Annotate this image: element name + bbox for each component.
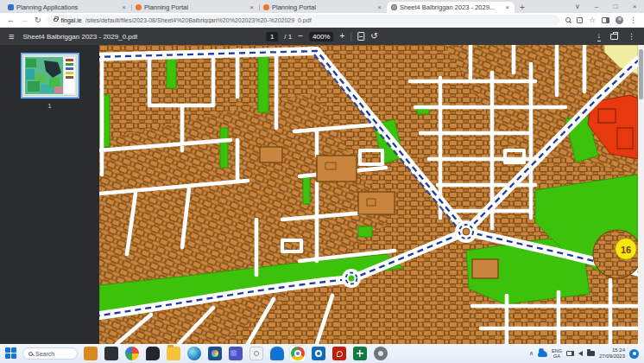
tab-close-icon[interactable]: ×: [376, 4, 382, 11]
address-bar: ← → ↻ fingal.ie /sites/default/files/202…: [0, 13, 644, 28]
pdf-thumbnail-sidebar: 1: [0, 45, 99, 344]
maximize-button[interactable]: □: [606, 0, 625, 13]
thumbnail-page-number: 1: [47, 102, 51, 110]
fit-to-page-icon[interactable]: [357, 32, 364, 41]
url-path: /sites/default/files/2023-08/Sheet4%20Ba…: [85, 17, 312, 23]
tab-search-icon[interactable]: ∨: [568, 0, 587, 13]
map-vertical-scrollbar[interactable]: [638, 45, 644, 344]
outlook-app-icon[interactable]: [312, 347, 325, 360]
clock[interactable]: 15:24 27/09/2023: [599, 347, 625, 360]
forward-icon[interactable]: →: [21, 16, 28, 24]
close-button[interactable]: ×: [625, 0, 644, 13]
tab-sheet4-balbriggan-active[interactable]: Sheet4 Balbriggan 2023 - 2029... ×: [387, 2, 515, 13]
pdf-title: Sheet4 Balbriggan 2023 - 2029_0.pdf: [22, 33, 137, 41]
tab-close-icon[interactable]: ×: [249, 4, 255, 11]
map-viewport[interactable]: 16: [99, 45, 644, 344]
taskbar-search-input[interactable]: Search: [22, 347, 78, 360]
search-icon: [28, 352, 33, 356]
url-domain: fingal.ie: [61, 17, 82, 23]
task-view-icon[interactable]: [104, 347, 118, 360]
page-number-input[interactable]: 1: [266, 32, 278, 41]
pdf-toolbar: ≡ Sheet4 Balbriggan 2023 - 2029_0.pdf 1 …: [0, 28, 644, 45]
system-tray: ∧ ENG GA 15:24 27/09/2023: [529, 347, 639, 360]
chat-app-icon[interactable]: [146, 347, 160, 360]
zoom-level-input[interactable]: 400%: [309, 32, 333, 41]
onedrive-tray-icon[interactable]: [538, 351, 547, 357]
thumbnail-map-image: [23, 55, 77, 96]
planning-portal-favicon-icon: [263, 4, 269, 10]
snipping-tool-icon[interactable]: [249, 347, 263, 360]
page-zoom-icon[interactable]: [565, 17, 571, 22]
volume-icon[interactable]: [578, 351, 583, 356]
notification-icon[interactable]: [629, 349, 639, 359]
new-tab-button[interactable]: +: [520, 2, 525, 13]
onedrive-app-icon[interactable]: [270, 347, 284, 360]
bookmark-star-icon[interactable]: ☆: [589, 16, 596, 24]
excel-app-icon[interactable]: [353, 347, 367, 360]
pdf-content: 1: [0, 45, 644, 344]
briefcase-app-icon[interactable]: [84, 347, 98, 360]
acrobat-app-icon[interactable]: [332, 347, 346, 360]
tab-label: Planning Portal: [144, 3, 246, 11]
tray-date: 27/09/2023: [599, 353, 625, 360]
roundabout-main: [455, 220, 477, 243]
tab-close-icon[interactable]: ×: [121, 4, 127, 11]
pdf-globe-favicon-icon: [391, 4, 397, 10]
tray-time: 15:24: [599, 347, 625, 354]
browser-menu-kebab-icon[interactable]: ⋮: [629, 16, 637, 24]
objective-badge-label: 16: [621, 245, 631, 255]
chrome-browser-icon[interactable]: [291, 347, 305, 360]
profile-avatar[interactable]: [616, 16, 623, 24]
zoom-in-button[interactable]: +: [339, 32, 344, 41]
tab-planning-portal-2[interactable]: Planning Portal ×: [259, 2, 387, 13]
tab-close-icon[interactable]: ×: [504, 4, 510, 11]
side-panel-icon[interactable]: [602, 17, 609, 23]
pdf-menu-icon[interactable]: ≡: [9, 31, 14, 41]
start-button-icon[interactable]: [5, 347, 17, 360]
roundabout-secondary: [342, 269, 361, 288]
tab-planning-portal-1[interactable]: Planning Portal ×: [131, 2, 259, 13]
back-icon[interactable]: ←: [7, 16, 15, 24]
print-icon[interactable]: [610, 34, 618, 40]
widgets-icon[interactable]: [125, 347, 139, 360]
windows-taskbar: Search ∧ ENG GA 15:24 27/09/2023: [0, 344, 644, 363]
teams-app-icon[interactable]: [229, 347, 243, 360]
file-explorer-icon[interactable]: [167, 347, 180, 360]
address-bar-actions: ↑ ☆ ⋮: [565, 16, 637, 24]
zoning-map: 16: [99, 45, 638, 344]
tab-label: Planning Portal: [272, 3, 374, 11]
pdf-toolbar-actions: ↓ ⋮: [597, 32, 636, 41]
rotate-icon[interactable]: ↺: [370, 32, 377, 41]
minimize-button[interactable]: –: [587, 0, 606, 13]
pdf-more-kebab-icon[interactable]: ⋮: [628, 33, 635, 41]
taskbar-apps: Search: [5, 346, 388, 361]
language-indicator[interactable]: ENG GA: [552, 348, 562, 360]
reload-icon[interactable]: ↻: [35, 16, 41, 24]
page-thumbnail[interactable]: [21, 53, 79, 99]
download-icon[interactable]: ↓: [597, 32, 602, 41]
tray-folder-icon[interactable]: [587, 351, 595, 356]
pdf-page-zoom-controls: 1 / 1 − 400% + ↺: [266, 32, 377, 41]
tray-chevron-up-icon[interactable]: ∧: [529, 350, 534, 357]
browser-tab-strip: Planning Applications × Planning Portal …: [0, 0, 644, 13]
edge-browser-icon[interactable]: [187, 347, 201, 360]
planning-applications-favicon-icon: [8, 4, 14, 10]
url-field[interactable]: fingal.ie /sites/default/files/2023-08/S…: [47, 15, 559, 26]
share-icon[interactable]: ↑: [577, 17, 583, 23]
tab-planning-applications[interactable]: Planning Applications ×: [3, 2, 131, 13]
lock-icon: [54, 18, 58, 22]
photos-app-icon[interactable]: [208, 347, 222, 360]
window-controls: ∨ – □ ×: [568, 0, 644, 13]
page-total: / 1: [284, 33, 292, 41]
tab-label: Sheet4 Balbriggan 2023 - 2029...: [400, 3, 502, 11]
planning-portal-favicon-icon: [136, 4, 142, 10]
settings-app-icon[interactable]: [374, 347, 388, 360]
tab-label: Planning Applications: [16, 3, 118, 11]
zoom-out-button[interactable]: −: [298, 32, 303, 41]
search-label: Search: [35, 351, 54, 357]
map-objective-16: 16: [593, 230, 638, 278]
scrollbar-thumb[interactable]: [639, 49, 643, 99]
